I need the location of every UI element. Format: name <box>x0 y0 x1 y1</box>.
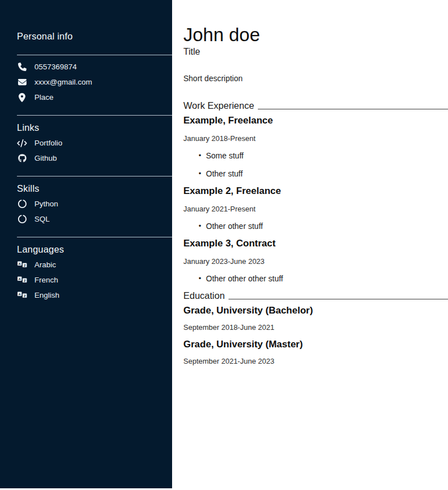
circle-notch-icon <box>17 215 27 223</box>
divider <box>17 237 172 237</box>
language-label: Arabic <box>34 261 56 270</box>
entry-title: Example 3, Contract <box>183 237 448 250</box>
language-icon: AZ <box>17 276 27 284</box>
entry-date: January 2018-Present <box>183 134 448 143</box>
svg-text:A: A <box>18 262 21 266</box>
bullet-list: Some stuff Other stuff <box>199 151 448 179</box>
github-icon <box>17 154 27 162</box>
circle-notch-icon <box>17 200 27 208</box>
entry-date: September 2021-June 2023 <box>183 356 448 366</box>
heading-rule <box>229 299 448 299</box>
skill-label: SQL <box>34 215 50 224</box>
language-item-arabic: AZ Arabic <box>17 257 172 272</box>
short-description: Short description <box>183 73 448 83</box>
languages-heading: Languages <box>17 244 172 255</box>
contact-item-email: xxxx@gmail.com <box>17 74 172 90</box>
bullet-item: Some stuff <box>199 151 448 161</box>
phone-icon <box>17 63 27 71</box>
bullet-item: Other other stuff <box>199 221 448 231</box>
personal-info-heading: Personal info <box>17 30 172 42</box>
bullet-list: Other other stuff <box>199 221 448 231</box>
education-heading: Education <box>183 289 448 302</box>
sidebar-section-personal-info: Personal info 0557369874 xxxx@gmail.com <box>17 30 172 105</box>
work-experience-heading: Work Experience <box>183 99 448 112</box>
experience-entry: Example 2, Freelance January 2021-Presen… <box>183 185 448 231</box>
skills-list: Python SQL <box>17 196 172 227</box>
entry-date: January 2021-Present <box>183 204 448 214</box>
skill-label: Python <box>34 200 58 209</box>
location-icon <box>17 93 27 102</box>
links-list: Portfolio Github <box>17 135 172 166</box>
contact-item-phone: 0557369874 <box>17 59 172 74</box>
language-item-english: AZ English <box>17 288 172 303</box>
education-entry: Grade, University (Bachelor) September 2… <box>183 304 448 332</box>
candidate-name: John doe <box>183 24 448 46</box>
phone-number: 0557369874 <box>34 63 77 72</box>
svg-text:Z: Z <box>23 294 25 298</box>
sidebar-section-languages: Languages AZ Arabic AZ French AZ <box>17 244 172 303</box>
languages-list: AZ Arabic AZ French AZ English <box>17 257 172 303</box>
bullet-item: Other stuff <box>199 169 448 179</box>
envelope-icon <box>17 78 27 86</box>
entry-title: Example 2, Freelance <box>183 185 448 197</box>
experience-entry: Example, Freelance January 2018-Present … <box>183 114 448 179</box>
bullet-item: Other other other stuff <box>199 273 448 284</box>
entry-date: January 2023-June 2023 <box>183 257 448 266</box>
education-entry: Grade, University (Master) September 202… <box>183 338 448 366</box>
bullet-list: Other other other stuff <box>199 273 448 284</box>
language-icon: AZ <box>17 292 27 299</box>
language-label: French <box>34 276 58 285</box>
link-item-github[interactable]: Github <box>17 151 172 166</box>
sidebar-section-links: Links Portfolio Github <box>17 122 172 166</box>
sidebar: Personal info 0557369874 xxxx@gmail.com <box>0 0 172 488</box>
svg-text:Z: Z <box>23 279 25 282</box>
section-heading-label: Work Experience <box>183 99 254 112</box>
resume-page: Personal info 0557369874 xxxx@gmail.com <box>0 0 448 490</box>
language-icon: AZ <box>17 261 27 268</box>
entry-date: September 2018-June 2021 <box>183 323 448 332</box>
language-item-french: AZ French <box>17 272 172 288</box>
candidate-title: Title <box>183 46 448 58</box>
place-label: Place <box>34 93 54 102</box>
experience-entry: Example 3, Contract January 2023-June 20… <box>183 237 448 284</box>
portfolio-link[interactable]: Portfolio <box>34 139 63 148</box>
main-content: John doe Title Short description Work Ex… <box>183 0 448 490</box>
entry-title: Example, Freelance <box>183 114 448 127</box>
divider <box>17 55 172 55</box>
link-item-portfolio[interactable]: Portfolio <box>17 135 172 151</box>
sidebar-section-skills: Skills Python SQL <box>17 183 172 227</box>
svg-text:Z: Z <box>23 264 25 267</box>
divider <box>17 176 172 176</box>
svg-text:A: A <box>18 293 21 296</box>
language-label: English <box>34 291 59 300</box>
section-heading-label: Education <box>183 289 225 302</box>
code-icon <box>17 139 27 147</box>
skills-heading: Skills <box>17 183 172 194</box>
links-heading: Links <box>17 122 172 133</box>
github-link[interactable]: Github <box>34 154 57 163</box>
skill-item-python: Python <box>17 196 172 211</box>
heading-rule <box>258 109 448 109</box>
svg-text:A: A <box>18 277 21 281</box>
email-address: xxxx@gmail.com <box>34 78 92 87</box>
entry-title: Grade, University (Bachelor) <box>183 304 448 317</box>
skill-item-sql: SQL <box>17 211 172 227</box>
divider <box>17 115 172 116</box>
entry-title: Grade, University (Master) <box>183 338 448 351</box>
contact-item-place: Place <box>17 90 172 105</box>
contact-list: 0557369874 xxxx@gmail.com Place <box>17 59 172 105</box>
